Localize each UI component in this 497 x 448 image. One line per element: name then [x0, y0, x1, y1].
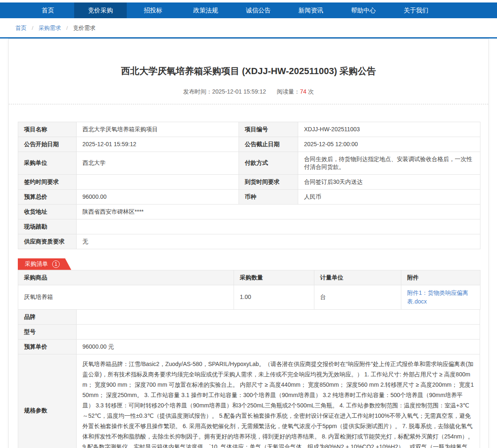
delivery-time-label: 到货时间要求 [239, 174, 298, 189]
nav-item-help-center[interactable]: 帮助中心 [337, 2, 390, 18]
announce-end-value: 2025-12-05 12:00:00 [298, 137, 480, 152]
announce-end-label: 公告截止日期 [239, 137, 298, 152]
payment-method-value: 合同生效后，待货物到达指定地点、安装调试验收合格后，一次性付清合同货款。 [298, 152, 480, 174]
table-row: 签约时间要求 到货时间要求 合同签订后30天内送达 [18, 174, 480, 189]
col-header-unit: 计量单位 [314, 270, 401, 285]
total-budget-value: 96000.00 [77, 189, 239, 204]
views-unit: 次 [308, 88, 314, 95]
spec-value: 厌氧培养箱品牌：江雪/Basic2，Zuody/AS-580，SPARIL/Hy… [77, 354, 480, 448]
table-header-row: 采购商品 采购数量 计量单位 附件 [18, 270, 480, 285]
nav-item-home[interactable]: 首页 [22, 2, 74, 18]
purchase-items-table: 采购商品 采购数量 计量单位 附件 厌氧培养箱 1.00 台 附件1：货物类响应… [18, 270, 480, 310]
model-label: 型号 [18, 324, 77, 339]
table-row: 型号 [18, 324, 480, 339]
delivery-time-value: 合同签订后30天内送达 [298, 174, 480, 189]
project-info-table: 项目名称 西北大学厌氧培养箱采购项目 项目编号 XDJJ-HW-20251100… [18, 122, 480, 249]
supplier-qualification-label: 供应商资质要求 [18, 234, 77, 249]
currency-label: 币种 [239, 189, 298, 204]
views-label: 阅读量： [277, 88, 300, 95]
announce-start-value: 2025-12-01 15:59:12 [77, 137, 239, 152]
table-row: 公告开始日期 2025-12-01 15:59:12 公告截止日期 2025-1… [18, 137, 480, 152]
total-budget-label: 预算总价 [18, 189, 77, 204]
breadcrumb-separator: / [66, 25, 68, 31]
table-row: 项目名称 西北大学厌氧培养箱采购项目 项目编号 XDJJ-HW-20251100… [18, 122, 480, 137]
page: 首页 竞价采购 招投标 政策法规 诚信公告 新闻资讯 帮助中心 关于我们 首页 … [0, 0, 497, 448]
model-value [77, 324, 480, 339]
col-header-attachment: 附件 [401, 270, 480, 285]
currency-value: 人民币 [298, 189, 480, 204]
nav-item-bidding-purchase[interactable]: 竞价采购 [74, 2, 127, 18]
announcement-card: 西北大学厌氧培养箱采购项目 (XDJJ-HW-202511003) 采购公告 发… [8, 39, 489, 448]
table-row: 收货地址 陕西省西安市碑林区**** [18, 204, 480, 219]
nav-item-tenders[interactable]: 招投标 [127, 2, 179, 18]
views-count: 74 [300, 88, 306, 95]
table-row: 厌氧培养箱 1.00 台 附件1：货物类响应偏离表.docx [18, 285, 480, 309]
product-details-table: 品牌 型号 预算单价 96000.00 元 规格参数 厌氧培养箱品牌：江雪/Ba… [18, 309, 480, 448]
publish-time-value: 2025-12-01 15:59:12 [212, 88, 266, 95]
table-row: 供应商资质要求 无 [18, 234, 480, 249]
attachment-link[interactable]: 附件1：货物类响应偏离表.docx [407, 289, 468, 305]
project-name-value: 西北大学厌氧培养箱采购项目 [77, 122, 239, 137]
delivery-address-label: 收货地址 [18, 204, 77, 219]
purchase-list-badge-label: 采购清单 [25, 260, 48, 268]
supplier-qualification-value: 无 [77, 234, 480, 249]
dashed-separator [9, 104, 488, 104]
col-header-product: 采购商品 [18, 270, 234, 285]
nav-item-policies[interactable]: 政策法规 [179, 2, 232, 18]
announcement-meta: 发布时间：2025-12-01 15:59:12阅读量：74 次 [9, 88, 488, 96]
table-row: 规格参数 厌氧培养箱品牌：江雪/Basic2，Zuody/AS-580，SPAR… [18, 354, 480, 448]
table-row: 预算单价 96000.00 元 [18, 339, 480, 354]
project-number-label: 项目编号 [239, 122, 298, 137]
breadcrumb-current: 竞价需求 [73, 25, 96, 31]
announce-start-label: 公告开始日期 [18, 137, 77, 152]
signing-time-value [77, 174, 239, 189]
site-survey-label: 现场踏勘 [18, 219, 77, 234]
site-survey-value [77, 219, 480, 234]
purchase-list-badge: 采购清单 1 [18, 258, 71, 270]
spec-label: 规格参数 [18, 354, 77, 448]
delivery-address-value: 陕西省西安市碑林区**** [77, 204, 480, 219]
product-quantity-value: 1.00 [234, 285, 314, 309]
table-row: 采购单位 西北大学 付款方式 合同生效后，待货物到达指定地点、安装调试验收合格后… [18, 152, 480, 174]
table-row: 预算总价 96000.00 币种 人民币 [18, 189, 480, 204]
breadcrumb-separator: / [32, 25, 34, 31]
product-unit-value: 台 [314, 285, 401, 309]
project-name-label: 项目名称 [18, 122, 77, 137]
project-number-value: XDJJ-HW-202511003 [298, 122, 480, 137]
unit-price-label: 预算单价 [18, 339, 77, 354]
nav-item-news[interactable]: 新闻资讯 [285, 2, 337, 18]
brand-label: 品牌 [18, 309, 77, 324]
table-row: 品牌 [18, 309, 480, 324]
purchase-list-count-badge: 1 [52, 260, 60, 268]
brand-value [77, 309, 480, 324]
breadcrumb-home-link[interactable]: 首页 [15, 25, 27, 31]
breadcrumb-purchase-demand-link[interactable]: 采购需求 [39, 25, 61, 31]
main-nav: 首页 竞价采购 招投标 政策法规 诚信公告 新闻资讯 帮助中心 关于我们 [0, 2, 497, 18]
purchaser-label: 采购单位 [18, 152, 77, 174]
nav-item-about-us[interactable]: 关于我们 [390, 2, 442, 18]
breadcrumb: 首页 / 采购需求 / 竞价需求 [0, 18, 497, 37]
unit-price-value: 96000.00 元 [77, 339, 480, 354]
col-header-quantity: 采购数量 [234, 270, 314, 285]
signing-time-label: 签约时间要求 [18, 174, 77, 189]
product-name-value: 厌氧培养箱 [18, 285, 234, 309]
publish-time-label: 发布时间： [183, 88, 212, 95]
purchase-list-section: 采购清单 1 [18, 258, 479, 270]
table-row: 现场踏勘 [18, 219, 480, 234]
purchaser-value: 西北大学 [77, 152, 239, 174]
payment-method-label: 付款方式 [239, 152, 298, 174]
nav-item-integrity-notices[interactable]: 诚信公告 [232, 2, 285, 18]
page-title: 西北大学厌氧培养箱采购项目 (XDJJ-HW-202511003) 采购公告 [9, 45, 488, 77]
